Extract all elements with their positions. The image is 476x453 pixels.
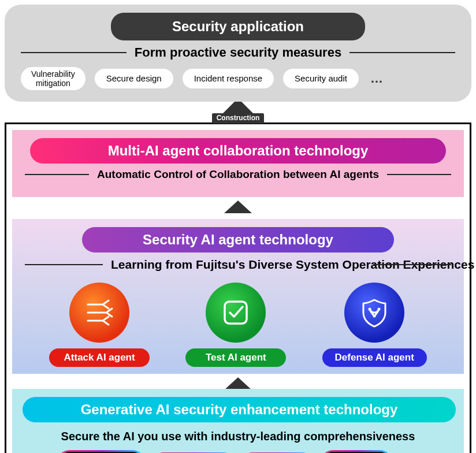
rule-left xyxy=(21,52,127,53)
construction-label: Construction xyxy=(212,113,265,124)
main-frame: Multi-AI agent collaboration technology … xyxy=(5,122,471,453)
rule-right xyxy=(373,264,451,265)
proactive-measures-row: Form proactive security measures xyxy=(15,45,461,67)
test-agent: Test AI agent xyxy=(185,283,286,367)
generative-ai-layer: Generative AI security enhancement techn… xyxy=(12,389,464,453)
multi-agent-subtitle-row: Automatic Control of Collaboration betwe… xyxy=(23,168,453,187)
defense-agent-label: Defense AI agent xyxy=(322,348,427,367)
security-agent-title: Security AI agent technology xyxy=(82,227,394,253)
multi-agent-subtitle: Automatic Control of Collaboration betwe… xyxy=(97,168,379,181)
defense-icon xyxy=(344,283,404,343)
construction-arrow: Construction xyxy=(5,98,471,124)
defense-agent: Defense AI agent xyxy=(322,283,427,367)
rule-right xyxy=(387,174,451,175)
attack-icon xyxy=(69,283,129,343)
test-icon xyxy=(206,283,266,343)
attack-agent: Attack AI agent xyxy=(49,283,150,367)
pill-vulnerability-mitigation: Vulnerability mitigation xyxy=(21,67,85,90)
more-icon: … xyxy=(370,71,384,86)
multi-agent-title: Multi-AI agent collaboration technology xyxy=(30,138,446,164)
generative-ai-title: Generative AI security enhancement techn… xyxy=(23,397,456,422)
rule-left xyxy=(25,174,89,175)
rule-right xyxy=(349,52,455,53)
proactive-measures-text: Form proactive security measures xyxy=(135,45,341,60)
multi-agent-layer: Multi-AI agent collaboration technology … xyxy=(12,130,464,197)
svg-rect-0 xyxy=(225,302,247,324)
pill-secure-design: Secure design xyxy=(95,69,173,88)
security-agent-subtitle-row: Learning from Fujitsu's Diverse System O… xyxy=(23,257,453,280)
arrow-up-icon xyxy=(224,377,252,390)
security-agent-layer: Security AI agent technology Learning fr… xyxy=(12,219,464,374)
pill-incident-response: Incident response xyxy=(183,69,274,88)
application-pill-row: Vulnerability mitigation Secure design I… xyxy=(15,67,461,90)
security-application-title: Security application xyxy=(111,13,365,40)
attack-agent-label: Attack AI agent xyxy=(49,348,150,367)
agent-row: Attack AI agent Test AI agent xyxy=(23,280,453,367)
security-agent-subtitle: Learning from Fujitsu's Diverse System O… xyxy=(111,257,365,272)
pill-security-audit: Security audit xyxy=(283,69,359,88)
test-agent-label: Test AI agent xyxy=(185,348,286,367)
security-application-block: Security application Form proactive secu… xyxy=(5,5,471,102)
arrow-up-icon xyxy=(224,200,252,213)
generative-ai-subtitle: Secure the AI you use with industry-lead… xyxy=(23,427,453,452)
rule-left xyxy=(25,264,103,265)
